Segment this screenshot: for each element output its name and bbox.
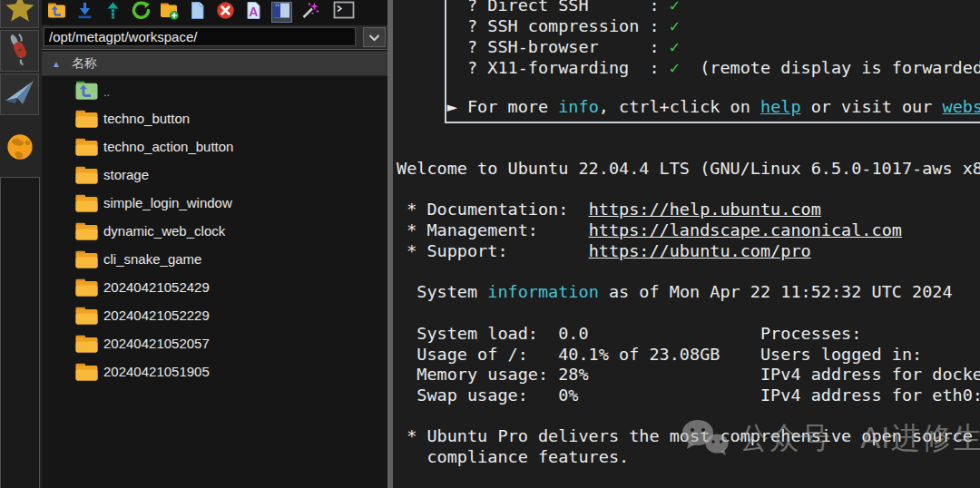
delete-icon: [216, 1, 235, 24]
file-name: techno_button: [103, 111, 190, 126]
sidebar-button-favorites[interactable]: [0, 0, 39, 28]
globe-icon: [5, 132, 34, 165]
terminal-text: Swap usage: 0% IPv4 address for eth0:: [397, 386, 980, 405]
terminal-text: ✓: [670, 0, 680, 15]
svg-text:A: A: [249, 5, 258, 19]
open-terminal-button[interactable]: [334, 3, 353, 22]
folder-icon: [74, 361, 99, 383]
terminal-icon: [333, 1, 355, 24]
terminal-line: ? SSH-browser : ✓: [397, 36, 680, 57]
folder-icon: [74, 164, 99, 186]
parent-folder-icon: [74, 80, 99, 102]
terminal-text: ► For more: [397, 97, 558, 116]
terminal-line: Welcome to Ubuntu 22.04.4 LTS (GNU/Linux…: [397, 158, 980, 179]
file-row[interactable]: 20240421052057: [42, 330, 387, 358]
rename-button[interactable]: A: [244, 3, 263, 22]
terminal-line: Swap usage: 0% IPv4 address for eth0:: [397, 385, 980, 405]
terminal-line: ? Direct SSH : ✓: [397, 0, 680, 15]
terminal-text: ? SSH-browser :: [397, 37, 670, 56]
new-file-icon: [188, 1, 207, 24]
swiss-knife-icon: [5, 32, 35, 70]
file-row[interactable]: 20240421052229: [42, 302, 387, 330]
terminal-text: (remote display is forwarded through SSH…: [680, 58, 980, 77]
file-name: dynamic_web_clock: [103, 223, 225, 239]
terminal-text: System: [397, 282, 487, 301]
terminal-link[interactable]: https://ubuntu.com/pro: [589, 241, 811, 260]
sidebar-button-sessions[interactable]: [0, 129, 39, 169]
chevron-down-icon: [368, 34, 380, 42]
file-name: 20240421052229: [103, 307, 210, 323]
terminal-line: * Management: https://landscape.canonica…: [397, 220, 902, 240]
download-icon: [75, 1, 94, 24]
terminal-text: ? SSH compression :: [397, 16, 670, 35]
terminal-text: ? X11-forwarding :: [397, 58, 670, 77]
terminal-line: ? X11-forwarding : ✓ (remote display is …: [397, 57, 980, 78]
terminal-text: compliance features.: [397, 447, 629, 466]
new-folder-button[interactable]: [160, 3, 179, 22]
file-row[interactable]: techno_button: [42, 105, 387, 133]
go-to-parent-folder-button[interactable]: [47, 3, 66, 22]
file-row[interactable]: techno_action_button: [42, 133, 387, 161]
file-name: storage: [103, 167, 149, 182]
terminal-line: Usage of /: 40.1% of 23.08GB Users logge…: [397, 344, 922, 365]
rename-icon: A: [244, 1, 263, 24]
file-row[interactable]: storage: [42, 161, 387, 190]
terminal-link[interactable]: https://landscape.canonical.com: [589, 220, 902, 239]
wand-button[interactable]: [300, 3, 319, 22]
new-file-button[interactable]: [188, 3, 207, 22]
split-view-icon: [272, 1, 291, 24]
terminal-text: Usage of /: 40.1% of 23.08GB Users logge…: [397, 345, 922, 364]
split-view-button[interactable]: [272, 3, 291, 22]
path-dropdown-button[interactable]: [363, 27, 386, 47]
terminal-text: info: [558, 97, 599, 116]
mobaxterm-window: A ▲ 名称 ..techno_buttontechno_action_butt…: [0, 0, 980, 488]
file-row[interactable]: cli_snake_game: [42, 246, 387, 274]
file-name: simple_login_window: [103, 195, 232, 210]
folder-icon: [74, 277, 99, 298]
terminal-line: Memory usage: 28% IPv4 address for docke…: [397, 364, 980, 385]
folder-icon: [74, 192, 99, 214]
file-name: cli_snake_game: [103, 251, 201, 267]
paper-plane-icon: [4, 78, 36, 111]
folder-icon: [74, 220, 99, 242]
terminal-text: as of Mon Apr 22 11:52:32 UTC 2024: [599, 282, 953, 301]
path-input[interactable]: [44, 27, 356, 46]
file-name: ..: [103, 85, 110, 99]
terminal-line: ? SSH compression : ✓: [397, 15, 680, 36]
upload-button[interactable]: [103, 3, 122, 22]
terminal-link[interactable]: website: [943, 97, 980, 116]
sidebar-button-tools[interactable]: [0, 30, 39, 72]
file-row[interactable]: simple_login_window: [42, 190, 387, 218]
file-row[interactable]: dynamic_web_clock: [42, 218, 387, 246]
path-bar: [42, 25, 387, 50]
sftp-toolbar: A: [42, 0, 387, 24]
file-list-header-name[interactable]: ▲ 名称: [42, 51, 387, 76]
file-name: 20240421051905: [103, 364, 210, 379]
terminal-line: https://ubuntu.com/aws/pro: [397, 484, 690, 488]
sidebar-panel: [0, 177, 40, 488]
sidebar: [0, 0, 42, 488]
terminal-link[interactable]: help: [760, 97, 801, 116]
terminal-text: , ctrl+click on: [599, 97, 760, 116]
terminal-line: * Documentation: https://help.ubuntu.com: [397, 199, 821, 220]
refresh-icon: [132, 1, 151, 24]
sidebar-button-macros[interactable]: [0, 73, 39, 115]
file-row[interactable]: 20240421051905: [42, 358, 387, 386]
file-row-parent-dir[interactable]: ..: [42, 77, 387, 105]
terminal-link[interactable]: https://help.ubuntu.com: [589, 200, 821, 219]
delete-button[interactable]: [216, 3, 235, 22]
wechat-icon: [680, 417, 730, 459]
folder-icon: [74, 136, 99, 158]
terminal-line: compliance features.: [397, 446, 629, 467]
file-row[interactable]: 20240421052429: [42, 274, 387, 302]
folder-up-icon: [47, 1, 66, 24]
terminal-line: System load: 0.0 Processes:: [397, 323, 861, 344]
terminal[interactable]: ? Direct SSH : ✓ ? SSH compression : ✓ ?…: [393, 0, 980, 488]
file-list: ..techno_buttontechno_action_buttonstora…: [42, 77, 387, 488]
refresh-button[interactable]: [132, 3, 151, 22]
terminal-text: ✓: [670, 37, 680, 56]
download-button[interactable]: [75, 3, 94, 22]
folder-icon: [74, 108, 99, 130]
sftp-file-browser: A ▲ 名称 ..techno_buttontechno_action_butt…: [42, 0, 387, 488]
terminal-text: * Management:: [397, 220, 589, 239]
